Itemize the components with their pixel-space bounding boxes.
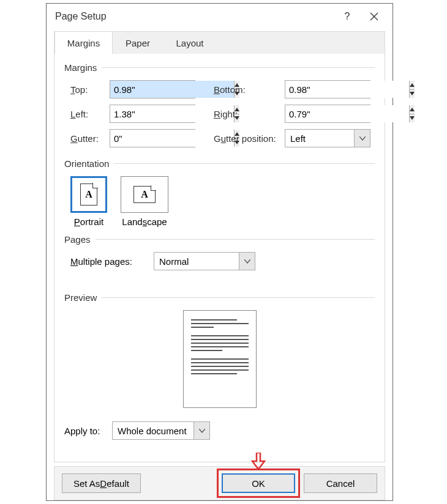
page-landscape-icon: A [133,186,156,203]
label-right: Right: [211,109,285,119]
spin-down-icon[interactable] [410,114,415,123]
tab-margins[interactable]: Margins [54,31,113,54]
multiple-pages-select[interactable]: Normal [154,252,255,270]
titlebar: Page Setup ? [47,4,393,29]
page-portrait-icon: A [80,183,97,206]
annotation-arrow-icon [251,453,266,470]
label-bottom: Bottom: [211,84,285,95]
group-pages: Pages [64,234,375,245]
spin-down-icon[interactable] [410,90,415,98]
group-preview-label: Preview [64,292,97,303]
tab-paper[interactable]: Paper [113,31,163,54]
chevron-down-icon[interactable] [354,130,370,147]
tab-layout[interactable]: Layout [163,31,217,54]
close-button[interactable] [361,4,388,29]
orientation-landscape[interactable]: A Landscape [121,176,168,227]
apply-to-value: Whole document [113,422,193,439]
chevron-down-icon[interactable] [239,253,255,270]
dialog-title: Page Setup [55,11,107,22]
dialog-footer: Set As Default OK Cancel [54,466,385,500]
set-as-default-button[interactable]: Set As Default [62,473,141,493]
group-orientation-label: Orientation [64,158,109,169]
gutter-position-value: Left [285,130,354,147]
annotation-highlight [217,469,300,498]
tab-bar: Margins Paper Layout [54,31,385,54]
spin-up-icon[interactable] [410,81,415,90]
label-left: Left: [64,109,110,119]
margin-right-field[interactable] [285,105,409,122]
label-gutter: Gutter: [64,133,110,144]
margin-bottom-input[interactable] [285,80,370,98]
preview-page-icon [183,310,257,408]
orientation-portrait[interactable]: A Portrait [70,176,107,227]
group-margins-label: Margins [64,62,97,73]
group-margins: Margins [64,62,375,73]
group-pages-label: Pages [64,234,91,245]
page-setup-dialog: Page Setup ? Margins Paper Layout Margin… [46,3,393,501]
gutter-input[interactable] [110,129,195,147]
help-button[interactable]: ? [334,4,361,29]
margin-bottom-field[interactable] [285,81,409,98]
chevron-down-icon[interactable] [193,422,209,439]
tab-panel-margins: Margins Top: Bottom: [54,54,385,462]
margin-top-input[interactable] [110,80,195,98]
margin-left-input[interactable] [110,105,195,123]
apply-to-select[interactable]: Whole document [112,421,210,440]
label-multiple-pages: Multiple pages: [70,256,154,267]
gutter-position-select[interactable]: Left [285,129,370,147]
group-orientation: Orientation [64,158,375,169]
cancel-button[interactable]: Cancel [304,473,377,493]
label-apply-to: Apply to: [64,426,112,436]
margin-right-input[interactable] [285,105,370,123]
label-gutter-position: Gutter position: [211,133,285,144]
group-preview: Preview [64,292,375,303]
spin-up-icon[interactable] [410,105,415,114]
multiple-pages-value: Normal [154,253,239,270]
label-top: Top: [64,84,110,95]
